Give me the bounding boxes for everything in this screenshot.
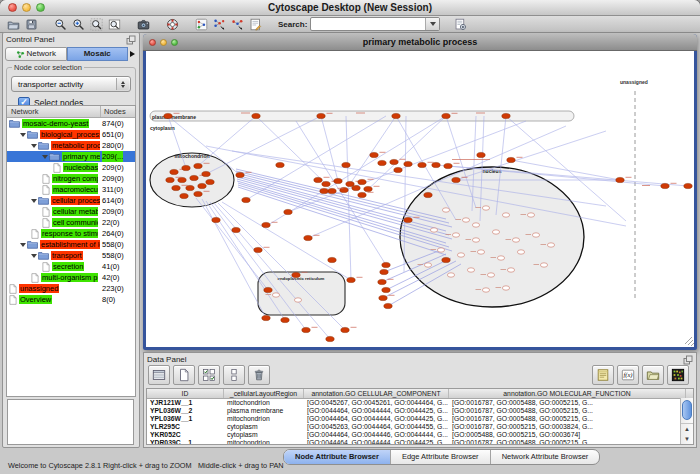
tree-row[interactable]: cell communicat22(0) (7, 217, 135, 228)
snapshot-button[interactable] (134, 17, 152, 32)
network-node[interactable] (492, 230, 499, 234)
network-node[interactable] (462, 218, 469, 222)
network-node[interactable] (302, 327, 310, 332)
network-node[interactable] (447, 273, 454, 277)
tab-overflow-arrow-icon[interactable] (128, 48, 137, 60)
table-row[interactable]: YPL036W__2plasma membrane[GO:0044464, GO… (147, 407, 693, 415)
layout-blue-button[interactable] (210, 17, 228, 32)
disclosure-triangle-icon[interactable] (42, 155, 48, 159)
function-builder-button[interactable]: f(x) (617, 365, 639, 385)
network-node[interactable] (364, 186, 372, 191)
network-node[interactable] (182, 165, 190, 170)
network-node[interactable] (378, 279, 386, 284)
frame-minimize-button[interactable] (160, 39, 167, 46)
annotation-button[interactable] (246, 17, 264, 32)
network-node[interactable] (482, 288, 489, 292)
network-canvas[interactable]: plasma membrane cytoplasm mitochondrion … (146, 51, 694, 347)
float-panel-icon[interactable] (126, 31, 136, 49)
network-node[interactable] (472, 223, 479, 227)
save-button[interactable] (22, 17, 40, 32)
attribute-editor-button[interactable] (592, 365, 614, 385)
network-node[interactable] (442, 257, 450, 262)
column-header[interactable]: _cellularLayoutRegion (224, 389, 304, 398)
network-node[interactable] (320, 188, 328, 193)
network-node[interactable] (212, 217, 220, 222)
network-node[interactable] (342, 162, 350, 167)
tree-row[interactable]: response to stimulu264(0) (7, 228, 135, 239)
network-node[interactable] (304, 235, 312, 240)
tree-row[interactable]: nitrogen compo209(0) (7, 173, 135, 184)
network-node[interactable] (661, 183, 669, 188)
network-node[interactable] (314, 177, 322, 182)
table-row[interactable]: YJR121W__1mitochondrion[GO:0045267, GO:0… (147, 399, 693, 407)
network-node[interactable] (497, 256, 504, 260)
network-node[interactable] (281, 317, 289, 322)
frame-maximize-button[interactable] (171, 39, 178, 46)
network-node[interactable] (164, 113, 172, 118)
network-node[interactable] (444, 163, 452, 168)
network-node[interactable] (322, 181, 330, 186)
network-node[interactable] (347, 277, 355, 282)
network-node[interactable] (378, 160, 386, 165)
zoom-selected-button[interactable] (87, 17, 105, 32)
network-node[interactable] (328, 257, 336, 262)
birds-eye-view[interactable] (7, 399, 134, 445)
network-node[interactable] (328, 188, 336, 193)
search-dropdown-arrow[interactable] (425, 18, 439, 30)
network-node[interactable] (547, 243, 554, 247)
network-node[interactable] (384, 303, 392, 308)
network-node[interactable] (358, 179, 366, 184)
network-node[interactable] (482, 206, 489, 210)
zoom-fit-button[interactable] (105, 17, 123, 32)
delete-attribute-button[interactable] (248, 365, 270, 385)
network-node[interactable] (684, 183, 692, 188)
network-node[interactable] (442, 208, 449, 212)
network-node[interactable] (502, 286, 509, 290)
network-frame-titlebar[interactable]: primary metabolic process (143, 34, 697, 51)
network-node[interactable] (517, 250, 524, 254)
attribute-matrix-button[interactable] (667, 365, 689, 385)
tree-row[interactable]: establishment of lo558(0) (7, 239, 135, 250)
network-node[interactable] (194, 191, 202, 196)
network-node[interactable] (236, 172, 244, 177)
network-node[interactable] (418, 162, 426, 167)
network-node[interactable] (172, 185, 180, 190)
network-node[interactable] (616, 177, 624, 182)
network-node[interactable] (292, 272, 300, 277)
network-node[interactable] (178, 177, 186, 182)
network-node[interactable] (276, 162, 284, 167)
tree-row[interactable]: primary metabol209(... (7, 151, 135, 162)
disclosure-triangle-icon[interactable] (31, 144, 37, 148)
disclosure-triangle-icon[interactable] (20, 133, 26, 137)
network-node[interactable] (326, 336, 334, 341)
network-node[interactable] (512, 238, 519, 242)
tree-row[interactable]: mosaic-demo-yeast874(0) (7, 118, 135, 129)
network-node[interactable] (477, 152, 485, 157)
network-node[interactable] (284, 209, 292, 214)
network-node[interactable] (380, 269, 388, 274)
network-node[interactable] (424, 192, 432, 197)
network-overview-button[interactable] (192, 17, 210, 32)
import-attributes-button[interactable] (642, 365, 664, 385)
table-row[interactable]: YPL036W__1mitochondrion[GO:0044464, GO:0… (147, 415, 693, 423)
network-node[interactable] (472, 238, 479, 242)
disclosure-triangle-icon[interactable] (31, 199, 37, 203)
scroll-up-icon[interactable]: ▲ (681, 423, 693, 434)
network-node[interactable] (317, 113, 325, 118)
color-attribute-dropdown[interactable]: transporter activity (11, 76, 131, 92)
tree-row[interactable]: multi-organism pro42(0) (7, 272, 135, 283)
network-node[interactable] (404, 217, 412, 222)
network-node[interactable] (382, 287, 390, 292)
select-attributes-button[interactable] (198, 365, 220, 385)
frame-close-button[interactable] (149, 39, 156, 46)
unselect-attributes-button[interactable] (223, 365, 245, 385)
network-node[interactable] (341, 327, 349, 332)
tree-row[interactable]: secretion41(0) (7, 261, 135, 272)
dropdown-stepper-icon[interactable] (116, 78, 129, 90)
tree-row[interactable]: unassigned223(0) (7, 283, 135, 294)
network-node[interactable] (180, 193, 188, 198)
table-row[interactable]: YKR052Ccytoplasm[GO:0044464, GO:0044446,… (147, 431, 693, 439)
network-node[interactable] (437, 248, 444, 252)
tree-row[interactable]: macromolecule311(0) (7, 184, 135, 195)
network-node[interactable] (452, 177, 460, 182)
